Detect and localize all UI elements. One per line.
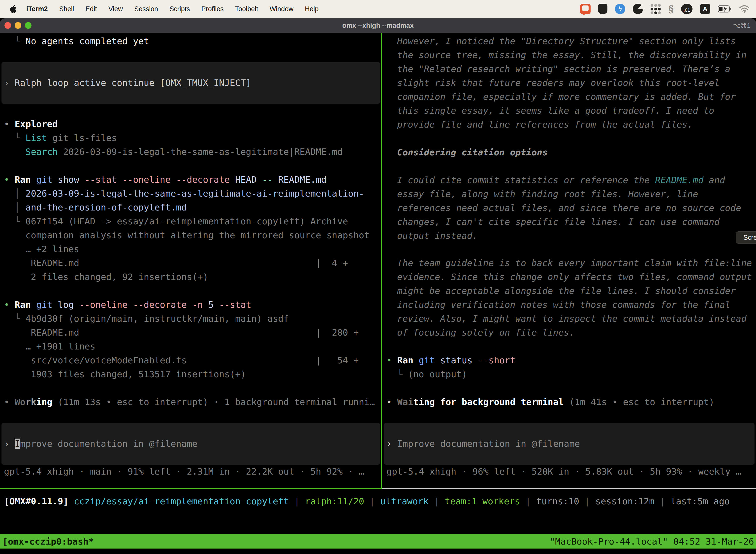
terminal-line: changes, I can't cite specific file line… (397, 215, 741, 229)
terminal-line: › Improve documentation in @filename (386, 437, 580, 451)
terminal-line: the source tree, missing the essay. Stil… (397, 48, 747, 62)
blue-bolt-icon[interactable]: ϟ (615, 4, 625, 14)
grid-shield-icon[interactable] (598, 4, 608, 14)
terminal-line: essay file, along with finding root file… (397, 187, 741, 201)
inject-input-line[interactable]: › Ralph loop active continue [OMX_TMUX_I… (4, 76, 251, 90)
terminal-content[interactable]: └ No agents completed yet › Ralph loop a… (0, 33, 756, 554)
terminal-line: output instead. (397, 229, 741, 243)
terminal-line: Considering citation options (397, 146, 548, 159)
apple-logo-icon[interactable] (9, 5, 17, 13)
terminal-line: I could cite commit statistics or refere… (397, 173, 741, 187)
terminal-line: of focusing solely on file lines. (397, 326, 752, 340)
menu-bar-tray: ϟ § .61 A (580, 0, 750, 18)
terminal-line: │ 2026-03-09-is-legal-the-same-as-legiti… (4, 187, 370, 201)
terminal-line: review. Also, I might want to inspect th… (397, 312, 752, 326)
terminal-line: README.md | 4 + (4, 256, 370, 270)
explored-section: • Explored └ List git ls-files Search 20… (4, 117, 342, 159)
pie-circle-icon[interactable] (633, 4, 643, 14)
terminal-line: gpt-5.4 xhigh · 96% left · 520K in · 5.8… (386, 465, 741, 479)
ran-git-show-section: • Ran git show --stat --oneline --decora… (4, 173, 370, 284)
close-button[interactable] (4, 22, 11, 29)
dots-grid-icon[interactable] (650, 4, 661, 14)
zoom-button[interactable] (25, 22, 32, 29)
menu-item-window[interactable]: Window (270, 5, 294, 13)
terminal-line: this single essay, it seems like a good … (397, 104, 747, 118)
hook-icon[interactable]: § (669, 3, 674, 15)
terminal-line: Search 2026-03-09-is-legal-the-same-as-l… (4, 145, 342, 159)
terminal-line: • Explored (4, 117, 342, 131)
ran-git-status-section: • Ran git status --short └ (no output) (386, 353, 515, 381)
iterm2-window: omx --xhigh --madmax ⌥⌘1 └ No agents com… (0, 18, 756, 554)
terminal-line: └ (no output) (386, 367, 515, 381)
terminal-line: └ List git ls-files (4, 131, 342, 145)
window-shortcut: ⌥⌘1 (733, 18, 751, 33)
letter-a-icon[interactable]: A (700, 4, 710, 14)
terminal-line: 1903 files changed, 513517 insertions(+) (4, 367, 359, 381)
left-agents-note: └ No agents completed yet (4, 34, 149, 48)
left-prompt-input-line[interactable]: › Improve documentation in @filename (4, 437, 197, 451)
menu-items: iTerm2 Shell Edit View Session Scripts P… (26, 5, 318, 13)
terminal-line: › Ralph loop active continue [OMX_TMUX_I… (4, 76, 251, 90)
reasoning-heading: Considering citation options (397, 146, 548, 159)
terminal-line: including verification notes with those … (397, 298, 752, 312)
terminal-line: • Ran git status --short (386, 353, 515, 367)
terminal-line: • Ran git log --oneline --decorate -n 5 … (4, 298, 359, 312)
waiting-status-line: • Waiting for background terminal (1m 41… (386, 395, 714, 409)
tmux-status-bar: [omx-cczip0:bash* "MacBook-Pro-44.local"… (0, 534, 756, 549)
menu-item-view[interactable]: View (108, 5, 123, 13)
wifi-icon[interactable] (739, 5, 750, 13)
terminal-line: slight risk that future readers may over… (397, 76, 747, 90)
terminal-line: └ 4b9d30f (origin/main, instructkr/main,… (4, 312, 359, 326)
right-model-status-line: gpt-5.4 xhigh · 96% left · 520K in · 5.8… (386, 465, 741, 479)
battery-icon[interactable] (718, 5, 732, 13)
terminal-line: companion analysis without altering the … (4, 228, 370, 242)
terminal-line: └ 067f154 (HEAD -> essay/ai-reimplementa… (4, 214, 370, 228)
terminal-line: companion file, especially if more comme… (397, 90, 747, 104)
terminal-line: the "Related research writing" section i… (397, 62, 747, 76)
terminal-line: src/voice/voiceModeEnabled.ts | 54 + (4, 353, 359, 367)
menu-item-scripts[interactable]: Scripts (170, 5, 190, 13)
terminal-line: provide file and line references from th… (397, 118, 747, 131)
terminal-line: • Working (11m 13s • esc to interrupt) ·… (4, 395, 375, 409)
window-title: omx --xhigh --madmax (0, 22, 756, 30)
menu-item-iterm2[interactable]: iTerm2 (26, 5, 48, 13)
tmux-host-datetime: "MacBook-Pro-44.local" 04:52 31-Mar-26 (550, 536, 756, 547)
menu-item-profiles[interactable]: Profiles (201, 5, 224, 13)
terminal-line: [OMX#0.11.9] cczip/essay/ai-reimplementa… (4, 494, 730, 508)
terminal-line: The team guideline is to back every impo… (397, 256, 752, 270)
menu-item-toolbelt[interactable]: Toolbelt (235, 5, 258, 13)
terminal-line: └ No agents completed yet (4, 34, 149, 48)
reasoning-paragraph-1: However, I noticed the "Directory Struct… (397, 34, 747, 131)
menu-item-session[interactable]: Session (134, 5, 158, 13)
menu-item-shell[interactable]: Shell (59, 5, 74, 13)
menu-item-edit[interactable]: Edit (85, 5, 97, 13)
tmux-session-label[interactable]: [omx-cczip0:bash* (0, 536, 94, 547)
ran-git-log-section: • Ran git log --oneline --decorate -n 5 … (4, 298, 359, 381)
left-model-status-line: gpt-5.4 xhigh · main · 91% left · 2.31M … (4, 465, 364, 479)
right-prompt-input-line[interactable]: › Improve documentation in @filename (386, 437, 580, 451)
window-title-bar[interactable]: omx --xhigh --madmax ⌥⌘1 (0, 18, 756, 33)
reasoning-paragraph-2: I could cite commit statistics or refere… (397, 173, 741, 243)
terminal-line: However, I noticed the "Directory Struct… (397, 34, 747, 48)
menu-item-help[interactable]: Help (305, 5, 319, 13)
terminal-line: evidence. Since this change only affects… (397, 270, 752, 284)
terminal-line: … +1901 lines (4, 340, 359, 353)
terminal-line: │ and-the-erosion-of-copyleft.md (4, 201, 370, 214)
pane-divider[interactable] (381, 33, 382, 489)
terminal-line: • Ran git show --stat --oneline --decora… (4, 173, 370, 187)
terminal-line: › Improve documentation in @filename (4, 437, 197, 451)
terminal-line: gpt-5.4 xhigh · main · 91% left · 2.31M … (4, 465, 364, 479)
gauge-badge-icon[interactable]: .61 (681, 4, 693, 14)
omx-status-bar: [OMX#0.11.9] cczip/essay/ai-reimplementa… (4, 494, 730, 508)
traffic-lights (4, 22, 32, 29)
terminal-line: • Waiting for background terminal (1m 41… (386, 395, 714, 409)
right-pane-bottom-border (382, 488, 756, 489)
terminal-line: might be acceptable alongside the file l… (397, 284, 752, 298)
screen-overlay-button[interactable]: Scre (736, 231, 756, 244)
left-pane-bottom-border (0, 488, 382, 489)
minimize-button[interactable] (15, 22, 21, 29)
terminal-line: … +2 lines (4, 242, 370, 256)
terminal-line: references need actual files, and since … (397, 201, 741, 215)
chat-bubble-icon[interactable] (580, 4, 590, 14)
reasoning-paragraph-3: The team guideline is to back every impo… (397, 256, 752, 340)
